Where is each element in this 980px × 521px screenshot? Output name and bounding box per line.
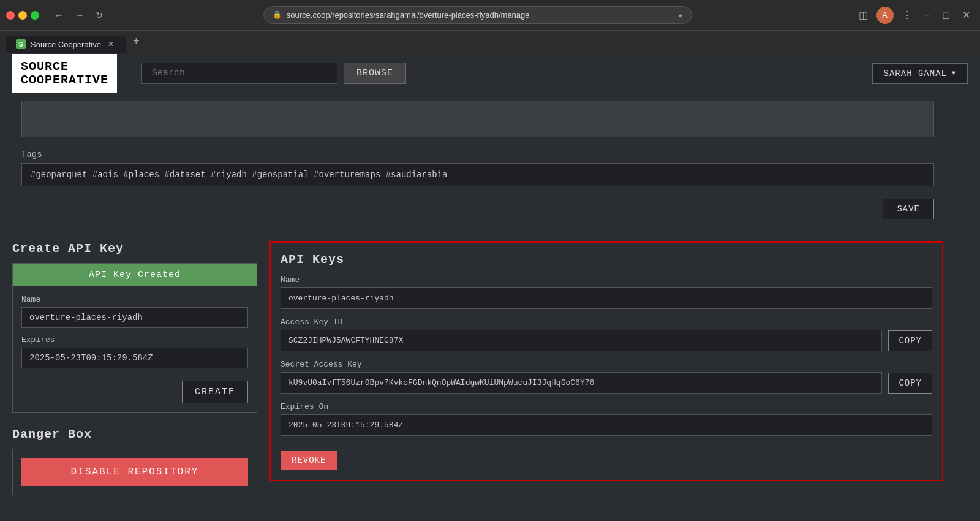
- secret-key-input: [281, 372, 882, 394]
- form-section: Tags SAVE: [12, 101, 943, 229]
- right-column: API Keys Name Access Key ID COPY: [270, 241, 943, 495]
- create-api-key-title: Create API Key: [12, 241, 257, 256]
- user-label: SARAH GAMAL: [884, 69, 947, 78]
- active-tab[interactable]: S Source Cooperative ✕: [6, 36, 126, 53]
- access-key-row: COPY: [281, 330, 932, 351]
- star-icon[interactable]: ★: [677, 10, 682, 20]
- create-api-key-section: Create API Key API Key Created Name Expi…: [12, 241, 257, 413]
- api-expires-field: Expires: [21, 335, 248, 368]
- app: SOURCE COOPERATIVE BROWSE SARAH GAMAL ▼ …: [0, 53, 980, 521]
- access-key-group: Access Key ID COPY: [281, 318, 932, 351]
- api-keys-title: API Keys: [281, 253, 932, 267]
- tags-input[interactable]: [21, 163, 934, 186]
- danger-box-section: Danger Box DISABLE REPOSITORY: [12, 427, 257, 495]
- create-api-key-button[interactable]: CREATE: [182, 381, 248, 403]
- api-expires-label: Expires: [21, 335, 248, 344]
- secret-key-row: COPY: [281, 372, 932, 394]
- left-column: Create API Key API Key Created Name Expi…: [12, 241, 257, 495]
- search-input[interactable]: [141, 63, 337, 84]
- api-key-created-banner: API Key Created: [13, 264, 257, 286]
- refresh-button[interactable]: ↻: [92, 8, 107, 23]
- tab-title: Source Cooperative: [31, 40, 101, 49]
- tab-row: S Source Cooperative ✕ +: [0, 31, 980, 53]
- user-menu-button[interactable]: SARAH GAMAL ▼: [872, 63, 968, 84]
- tags-section: Tags: [12, 143, 943, 192]
- logo-line2: COOPERATIVE: [21, 74, 108, 87]
- tab-close-button[interactable]: ✕: [106, 39, 116, 49]
- danger-box: DISABLE REPOSITORY: [12, 449, 257, 495]
- maximize-window-button[interactable]: [31, 11, 39, 20]
- access-key-input: [281, 330, 882, 351]
- search-container: BROWSE: [141, 63, 406, 84]
- api-key-name-group: Name: [281, 275, 932, 309]
- restore-button[interactable]: ◻: [938, 7, 954, 23]
- revoke-button[interactable]: REVOKE: [281, 451, 337, 470]
- tags-label: Tags: [21, 150, 934, 159]
- extensions-button[interactable]: ◫: [855, 7, 872, 23]
- access-key-label: Access Key ID: [281, 318, 932, 327]
- browse-button[interactable]: BROWSE: [344, 63, 406, 84]
- back-button[interactable]: ←: [50, 7, 67, 23]
- two-col-layout: Create API Key API Key Created Name Expi…: [12, 241, 943, 495]
- copy-secret-key-button[interactable]: COPY: [888, 373, 932, 394]
- api-expires-input[interactable]: [21, 348, 248, 368]
- expires-on-label: Expires On: [281, 402, 932, 411]
- api-name-input[interactable]: [21, 307, 248, 328]
- api-key-name-label: Name: [281, 275, 932, 284]
- logo[interactable]: SOURCE COOPERATIVE: [12, 54, 117, 93]
- header: SOURCE COOPERATIVE BROWSE SARAH GAMAL ▼: [0, 53, 980, 94]
- api-name-field: Name: [21, 295, 248, 328]
- api-name-label: Name: [21, 295, 248, 304]
- close-window-button[interactable]: [6, 11, 15, 20]
- profile-button[interactable]: A: [876, 7, 894, 24]
- menu-button[interactable]: ⋮: [899, 7, 916, 23]
- form-actions: SAVE: [12, 192, 943, 229]
- tab-bar: ← → ↻: [50, 7, 107, 23]
- main-content: Tags SAVE Create API Key API Key Created: [0, 101, 956, 521]
- description-textarea[interactable]: [21, 101, 934, 137]
- minimize-window-button[interactable]: [18, 11, 27, 20]
- lock-icon: 🔒: [273, 10, 282, 20]
- window-controls: [6, 11, 39, 20]
- browser-chrome: ← → ↻ 🔒 source.coop/repositories/sarahga…: [0, 0, 980, 31]
- address-text[interactable]: source.coop/repositories/sarahgamal/over…: [287, 10, 673, 20]
- api-keys-box: API Keys Name Access Key ID COPY: [270, 241, 943, 481]
- new-tab-button[interactable]: +: [128, 32, 145, 50]
- save-button[interactable]: SAVE: [883, 199, 934, 219]
- logo-line1: SOURCE: [21, 60, 108, 74]
- tab-favicon: S: [16, 39, 26, 49]
- create-api-key-box: API Key Created Name Expires C: [12, 263, 257, 413]
- expires-on-input: [281, 414, 932, 436]
- chevron-down-icon: ▼: [952, 70, 956, 77]
- secret-key-label: Secret Access Key: [281, 360, 932, 369]
- api-key-name-input: [281, 287, 932, 309]
- forward-button[interactable]: →: [71, 7, 88, 23]
- copy-access-key-button[interactable]: COPY: [888, 330, 932, 351]
- close-button[interactable]: ✕: [959, 7, 974, 23]
- danger-box-title: Danger Box: [12, 427, 257, 441]
- disable-repository-button[interactable]: DISABLE REPOSITORY: [21, 458, 248, 486]
- secret-key-group: Secret Access Key COPY: [281, 360, 932, 394]
- create-api-form: Name Expires CREATE: [13, 286, 257, 412]
- minimize-button[interactable]: −: [921, 7, 933, 23]
- expires-on-group: Expires On: [281, 402, 932, 436]
